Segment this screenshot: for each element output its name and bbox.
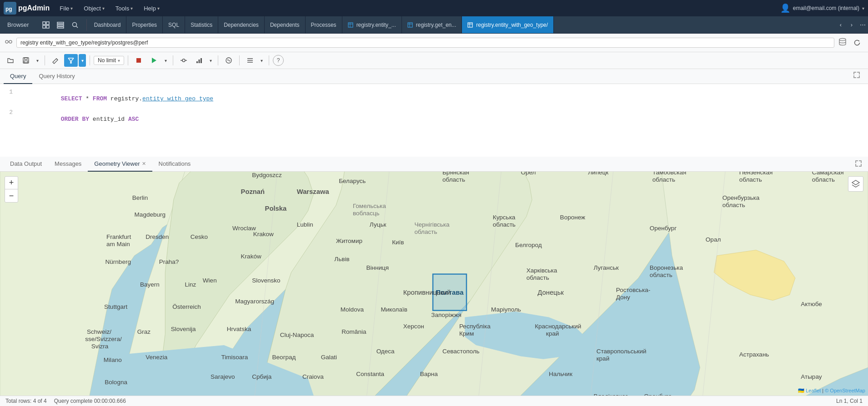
tab-data-output[interactable]: Data Output — [4, 157, 48, 172]
help-button[interactable]: ? — [273, 55, 284, 66]
map-layers-button[interactable] — [848, 176, 863, 192]
svg-text:Оренбург: Оренбург — [650, 225, 677, 232]
svg-text:Cesko: Cesko — [191, 233, 208, 240]
list-dropdown-button[interactable]: ▾ — [258, 54, 265, 67]
svg-rect-25 — [25, 58, 27, 59]
tab-query-history[interactable]: Query History — [32, 69, 81, 84]
toolbar-separator-6 — [239, 55, 240, 65]
svg-rect-6 — [57, 22, 64, 24]
menu-file[interactable]: File ▾ — [55, 3, 77, 14]
tabbar-divider — [86, 19, 87, 31]
code-editor[interactable]: 1 SELECT * FROM registry.entity_with_geo… — [0, 84, 868, 157]
query-tool: registry entity_with_geo_type/registry/p… — [0, 34, 868, 406]
editor-expand-button[interactable] — [849, 69, 864, 84]
filter-button[interactable] — [64, 54, 78, 67]
tab-processes[interactable]: Processes — [306, 16, 342, 34]
tab-statistics[interactable]: Statistics — [185, 16, 218, 34]
search-btn[interactable] — [69, 19, 81, 31]
database-icon — [838, 37, 847, 46]
chart-button[interactable] — [192, 54, 206, 67]
connection-db-icon — [838, 37, 847, 49]
run-button[interactable] — [147, 54, 161, 67]
tab-notifications[interactable]: Notifications — [152, 157, 197, 172]
list-icon — [246, 57, 254, 64]
save-icon — [22, 57, 30, 64]
tab-sql[interactable]: SQL — [163, 16, 185, 34]
query-time: Query complete 00:00:00.666 — [54, 398, 126, 404]
stop-button[interactable] — [132, 54, 146, 67]
tab-geometry-viewer[interactable]: Geometry Viewer ✕ — [88, 157, 152, 172]
menu-tools[interactable]: Tools ▾ — [111, 3, 137, 14]
filter-dropdown-button[interactable]: ▾ — [79, 54, 86, 67]
run-dropdown-button[interactable]: ▾ — [162, 54, 169, 67]
macro-button[interactable] — [222, 54, 236, 67]
grid-icon-btn[interactable] — [40, 19, 52, 31]
osm-link[interactable]: © OpenStreetMap — [825, 388, 865, 393]
app-name: pgAdmin — [18, 4, 50, 12]
leaflet-link[interactable]: Leaflet — [806, 388, 821, 393]
tab-query1[interactable]: registry.entity_... — [342, 16, 402, 34]
zoom-out-button[interactable]: − — [5, 189, 18, 202]
file-chevron-icon: ▾ — [70, 6, 73, 11]
svg-text:область: область — [652, 176, 675, 183]
code-line-2: 2 ORDER BY entity_id ASC — [0, 109, 868, 129]
svg-text:Ставропольський: Ставропольський — [597, 348, 647, 355]
toolbar-separator-5 — [218, 55, 218, 65]
menu-object[interactable]: Object ▾ — [79, 3, 109, 14]
tab-dependents[interactable]: Dependents — [265, 16, 306, 34]
line-code-2: ORDER BY entity_id ASC — [18, 109, 868, 129]
menu-help[interactable]: Help ▾ — [139, 3, 164, 14]
svg-text:Одеса: Одеса — [376, 348, 395, 355]
tab-dependencies[interactable]: Dependencies — [218, 16, 265, 34]
svg-text:Galati: Galati — [321, 354, 337, 361]
tab-more-arrow[interactable]: ⋯ — [857, 16, 868, 34]
svg-text:Луцьк: Луцьк — [370, 221, 386, 228]
svg-line-10 — [76, 26, 78, 28]
svg-rect-5 — [46, 25, 49, 28]
results-expand-button[interactable] — [853, 158, 864, 171]
keyword-asc: ASC — [128, 116, 139, 123]
tab-query3[interactable]: registry.entity_with_geo_type/ — [462, 16, 554, 34]
tab-next-arrow[interactable]: › — [846, 16, 857, 34]
commit-button[interactable] — [177, 54, 191, 67]
list-view-btn[interactable] — [55, 19, 66, 31]
tab-query2[interactable]: registry.get_en... — [402, 16, 462, 34]
no-limit-dropdown[interactable]: No limit ▾ — [94, 56, 124, 65]
edit-button[interactable] — [49, 54, 62, 67]
toolbar-separator-3 — [128, 55, 128, 65]
zoom-in-button[interactable]: + — [5, 177, 18, 189]
svg-text:Астрахань: Астрахань — [739, 351, 769, 358]
svg-text:Орал: Орал — [706, 236, 721, 243]
list-button[interactable] — [243, 54, 257, 67]
svg-text:Донецьк: Донецьк — [537, 289, 564, 296]
tab-dashboard[interactable]: Dashboard — [89, 16, 127, 34]
chart-dropdown-button[interactable]: ▾ — [207, 54, 214, 67]
tab-properties[interactable]: Properties — [126, 16, 163, 34]
browser-label: Browser — [0, 16, 36, 34]
tab-messages[interactable]: Messages — [48, 157, 88, 172]
link-icon — [5, 38, 13, 46]
tools-chevron-icon: ▾ — [130, 6, 133, 11]
open-file-button[interactable] — [4, 54, 17, 67]
svg-text:Beоград: Beоград — [272, 354, 296, 361]
svg-text:Ростовська-: Ростовська- — [616, 287, 650, 293]
reload-button[interactable] — [851, 36, 863, 49]
save-button[interactable] — [19, 54, 33, 67]
tab-prev-arrow[interactable]: ‹ — [835, 16, 846, 34]
save-dropdown-button[interactable]: ▾ — [34, 54, 41, 67]
svg-text:Sarajevo: Sarajevo — [211, 373, 235, 380]
results-area: Data Output Messages Geometry Viewer ✕ N… — [0, 157, 868, 406]
svg-rect-17 — [468, 23, 472, 27]
svg-rect-29 — [136, 58, 141, 63]
tab-query[interactable]: Query — [4, 69, 32, 84]
svg-text:Маріуполь: Маріуполь — [491, 306, 521, 313]
svg-text:Timisoara: Timisoara — [221, 354, 248, 361]
list-button-group: ▾ — [243, 54, 265, 67]
chart-button-group: ▾ — [192, 54, 214, 67]
help-chevron-icon: ▾ — [157, 6, 160, 11]
svg-text:Kraków: Kraków — [241, 253, 261, 260]
svg-text:Poznań: Poznań — [241, 188, 265, 195]
geometry-viewer-close-icon[interactable]: ✕ — [142, 161, 146, 167]
svg-text:край: край — [546, 330, 559, 337]
svg-text:Polska: Polska — [265, 205, 287, 212]
